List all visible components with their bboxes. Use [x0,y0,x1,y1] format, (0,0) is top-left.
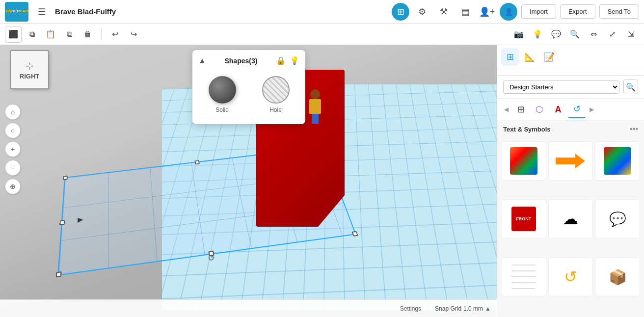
sub-tabs-prev-arrow[interactable]: ◀ [501,105,511,114]
menu-icon-btn[interactable]: ☰ [33,3,50,20]
character-figure [309,89,321,124]
more-options-button[interactable]: ••• [630,125,638,133]
character-body [309,99,321,114]
view-3d-button[interactable]: ⊞ [392,3,409,21]
right-panel: ⊞ 📐 📝 Design Starters 🔍 ◀ ⊞ ⬡ A [497,45,644,317]
view-gallery-button[interactable]: ⚙ [413,3,431,21]
handle-ml[interactable] [59,220,65,225]
tab-grid[interactable]: ⊞ [501,48,519,66]
copy-button[interactable]: ⧉ [24,26,40,43]
duplicate-button[interactable]: ⧉ [61,26,78,43]
right-panel-sub-tabs: ◀ ⊞ ⬡ A ↺ ▶ [497,99,644,121]
character-legs [312,114,319,124]
top-right-buttons: ⊞ ⚙ ⚒ ▤ 👤+ 👤 Import Export Send To [392,3,639,21]
viewport[interactable]: ↺ ▶ ⊹ RIGHT ⌂ ○ + − ⊕ [0,45,497,317]
shape-preview-front: FRONT [511,207,536,231]
sub-tab-grid[interactable]: ⊞ [512,101,530,118]
sub-tab-gem[interactable]: ⬡ [531,101,548,118]
topbar: TIN KER CAD ☰ Brave Blad-Fulffy ⊞ ⚙ ⚒ ▤ … [0,0,644,24]
undo-button[interactable]: ↩ [107,26,123,43]
sub-tab-refresh[interactable]: ↺ [568,101,586,118]
mirror-tool[interactable]: ⇔ [585,26,602,43]
handle-bl[interactable] [56,271,62,278]
shape-preview-cloud: ☁ [563,210,578,228]
search-button[interactable]: 🔍 [623,79,638,94]
shape-card-letters[interactable] [595,141,640,181]
solid-label: Solid [215,106,229,113]
nav-cube-box[interactable]: ⊹ RIGHT [10,50,49,89]
home-view-button[interactable]: ⌂ [5,104,21,120]
fit-view-button[interactable]: ○ [5,123,21,138]
category-title: Text & Symbols ••• [497,121,644,137]
layers-button[interactable]: ▤ [456,3,474,21]
hole-label: Hole [269,106,282,113]
nav-cube-label: RIGHT [20,73,39,80]
settings-button[interactable]: Settings [392,302,429,315]
shape-preview-arrow [556,154,585,168]
shapes-lock-icon[interactable]: 🔒 [276,56,286,65]
orientation-button[interactable]: ⊕ [5,179,21,194]
shape-preview-rotate: ↺ [564,267,577,286]
snap-grid-label: Snap Grid [435,305,461,312]
sub-tab-a[interactable]: A [549,101,567,118]
sub-tabs-next-arrow[interactable]: ▶ [587,105,596,114]
hole-option[interactable]: Hole [252,71,299,118]
shapes-panel-collapse-button[interactable]: ▲ [198,56,206,65]
solid-circle [209,76,236,104]
align-tool[interactable]: ⤢ [604,26,620,43]
rotation-handle[interactable]: ↺ [207,253,215,264]
tab-ruler[interactable]: 📐 [521,48,538,66]
shapes-panel-icons: 🔒 💡 [276,56,299,65]
tools-button[interactable]: ⚒ [435,3,453,21]
shape-preview-speech: 💬 [609,211,626,227]
design-starters-dropdown[interactable]: Design Starters [503,80,619,94]
send-to-button[interactable]: Send To [599,4,639,19]
shape-preview-grid2 [511,264,536,289]
character-head [310,89,320,99]
shapes-visibility-icon[interactable]: 💡 [290,56,299,65]
select-tool-button[interactable]: ⬛ [5,26,22,43]
zoom-tool[interactable]: 🔍 [566,26,583,43]
shape-card-box[interactable]: 📦 [595,257,640,296]
shape-card-tinkercad[interactable] [501,141,546,181]
shape-card-grid2[interactable] [501,257,546,296]
delete-button[interactable]: 🗑 [80,26,96,43]
import-button[interactable]: Import [521,4,556,19]
comment-tool[interactable]: 💬 [548,26,564,43]
redo-button[interactable]: ↪ [125,26,142,43]
shape-card-speech[interactable]: 💬 [595,199,640,238]
zoom-out-button[interactable]: − [5,160,21,176]
tinkercad-logo[interactable]: TIN KER CAD [5,2,28,22]
sub-tab-grid-icon: ⊞ [517,104,525,115]
snap-grid-value: 1.0 mm [463,305,483,312]
camera-tool[interactable]: 📷 [510,26,527,43]
right-panel-actions [497,69,644,76]
snap-grid: Snap Grid 1.0 mm ▲ [435,305,491,312]
shape-card-front[interactable]: FRONT [501,199,546,238]
group-tool[interactable]: ⇲ [622,26,639,43]
shape-card-cloud[interactable]: ☁ [548,199,593,238]
light-tool[interactable]: 💡 [529,26,546,43]
zoom-in-button[interactable]: + [5,141,21,157]
handle-tl[interactable] [63,176,68,180]
tab-note[interactable]: 📝 [540,48,558,66]
user-avatar-button[interactable]: 👤 [500,3,517,21]
sub-tab-gem-icon: ⬡ [536,104,543,115]
shapes-options: Solid Hole [198,71,299,118]
category-title-label: Text & Symbols [503,126,551,133]
shape-preview-tinkercad [510,147,537,175]
export-button[interactable]: Export [560,4,595,19]
shapes-grid-panel: FRONT ☁ 💬 ↺ 📦 [497,137,644,317]
shapes-panel: ▲ Shapes(3) 🔒 💡 Solid Hole [192,50,305,124]
paste-button[interactable]: 📋 [42,26,59,43]
shape-preview-letters [604,147,631,175]
shape-card-arrow[interactable] [548,141,593,181]
handle-tm[interactable] [194,160,199,164]
toolbar: ⬛ ⧉ 📋 ⧉ 🗑 ↩ ↪ 📷 💡 💬 🔍 ⇔ ⤢ ⇲ [0,24,644,45]
add-person-button[interactable]: 👤+ [478,3,496,21]
nav-cube[interactable]: ⊹ RIGHT [10,50,54,94]
toolbar-separator [101,28,102,40]
solid-option[interactable]: Solid [198,71,246,118]
snap-grid-up-button[interactable]: ▲ [485,305,491,312]
shape-card-rotate[interactable]: ↺ [548,257,593,296]
